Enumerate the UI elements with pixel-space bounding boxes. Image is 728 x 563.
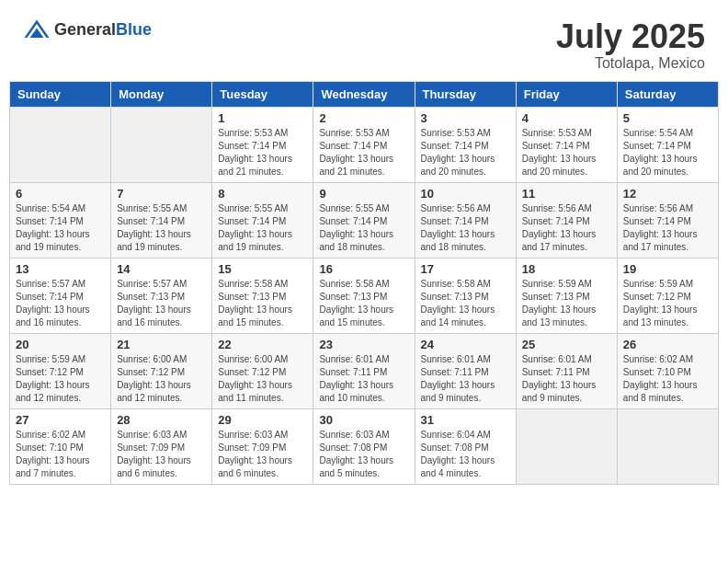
day-number: 9 <box>319 187 408 201</box>
calendar-week-row: 20Sunrise: 5:59 AM Sunset: 7:12 PM Dayli… <box>10 333 719 408</box>
day-number: 12 <box>623 187 712 201</box>
calendar-cell: 28Sunrise: 6:03 AM Sunset: 7:09 PM Dayli… <box>111 408 212 484</box>
calendar-cell: 19Sunrise: 5:59 AM Sunset: 7:12 PM Dayli… <box>617 258 718 333</box>
day-header-friday: Friday <box>516 81 617 107</box>
calendar-cell: 10Sunrise: 5:56 AM Sunset: 7:14 PM Dayli… <box>415 182 516 258</box>
day-number: 18 <box>522 262 611 276</box>
day-number: 6 <box>16 187 105 201</box>
day-info: Sunrise: 5:53 AM Sunset: 7:14 PM Dayligh… <box>319 127 408 178</box>
day-info: Sunrise: 6:00 AM Sunset: 7:12 PM Dayligh… <box>218 353 307 405</box>
day-number: 24 <box>421 338 510 351</box>
calendar-week-row: 27Sunrise: 6:02 AM Sunset: 7:10 PM Dayli… <box>10 408 719 484</box>
day-info: Sunrise: 6:03 AM Sunset: 7:09 PM Dayligh… <box>218 429 307 480</box>
calendar-cell: 13Sunrise: 5:57 AM Sunset: 7:14 PM Dayli… <box>10 258 111 333</box>
day-number: 7 <box>117 187 206 201</box>
calendar-cell: 31Sunrise: 6:04 AM Sunset: 7:08 PM Dayli… <box>415 408 516 484</box>
day-info: Sunrise: 5:59 AM Sunset: 7:12 PM Dayligh… <box>623 278 712 329</box>
calendar-cell <box>111 107 212 182</box>
day-number: 23 <box>319 338 408 351</box>
title-block: July 2025 Totolapa, Mexico <box>556 18 705 72</box>
calendar-cell: 14Sunrise: 5:57 AM Sunset: 7:13 PM Dayli… <box>111 258 212 333</box>
calendar-cell: 7Sunrise: 5:55 AM Sunset: 7:14 PM Daylig… <box>111 182 212 258</box>
day-info: Sunrise: 5:53 AM Sunset: 7:14 PM Dayligh… <box>421 127 510 178</box>
day-info: Sunrise: 5:56 AM Sunset: 7:14 PM Dayligh… <box>623 202 712 254</box>
calendar-cell: 11Sunrise: 5:56 AM Sunset: 7:14 PM Dayli… <box>516 182 617 258</box>
day-header-sunday: Sunday <box>10 81 111 107</box>
calendar-cell <box>617 408 718 484</box>
calendar-week-row: 6Sunrise: 5:54 AM Sunset: 7:14 PM Daylig… <box>10 182 719 258</box>
calendar-table: SundayMondayTuesdayWednesdayThursdayFrid… <box>9 81 719 485</box>
day-info: Sunrise: 6:00 AM Sunset: 7:12 PM Dayligh… <box>117 353 206 405</box>
logo-general-text: General <box>54 20 116 40</box>
calendar-title: July 2025 <box>556 18 705 55</box>
calendar-week-row: 13Sunrise: 5:57 AM Sunset: 7:14 PM Dayli… <box>10 258 719 333</box>
day-number: 31 <box>421 413 510 427</box>
day-number: 22 <box>218 338 307 351</box>
logo-blue-text: Blue <box>116 20 152 40</box>
day-header-wednesday: Wednesday <box>313 81 415 107</box>
calendar-cell: 24Sunrise: 6:01 AM Sunset: 7:11 PM Dayli… <box>415 333 516 408</box>
day-info: Sunrise: 5:59 AM Sunset: 7:13 PM Dayligh… <box>522 278 611 329</box>
calendar-cell: 4Sunrise: 5:53 AM Sunset: 7:14 PM Daylig… <box>516 107 617 182</box>
day-number: 19 <box>623 262 712 276</box>
day-header-thursday: Thursday <box>415 81 516 107</box>
calendar-cell: 20Sunrise: 5:59 AM Sunset: 7:12 PM Dayli… <box>10 333 111 408</box>
day-info: Sunrise: 5:57 AM Sunset: 7:14 PM Dayligh… <box>16 278 105 329</box>
day-info: Sunrise: 5:59 AM Sunset: 7:12 PM Dayligh… <box>16 353 105 405</box>
day-number: 14 <box>117 262 206 276</box>
calendar-week-row: 1Sunrise: 5:53 AM Sunset: 7:14 PM Daylig… <box>10 107 719 182</box>
calendar-cell: 16Sunrise: 5:58 AM Sunset: 7:13 PM Dayli… <box>313 258 415 333</box>
day-info: Sunrise: 5:54 AM Sunset: 7:14 PM Dayligh… <box>623 127 712 178</box>
day-number: 17 <box>421 262 510 276</box>
day-info: Sunrise: 5:58 AM Sunset: 7:13 PM Dayligh… <box>421 278 510 329</box>
day-number: 11 <box>522 187 611 201</box>
day-number: 10 <box>421 187 510 201</box>
calendar-subtitle: Totolapa, Mexico <box>556 55 705 72</box>
day-header-tuesday: Tuesday <box>212 81 313 107</box>
day-info: Sunrise: 6:02 AM Sunset: 7:10 PM Dayligh… <box>623 353 712 405</box>
logo: General Blue <box>23 18 152 40</box>
calendar-cell: 29Sunrise: 6:03 AM Sunset: 7:09 PM Dayli… <box>212 408 313 484</box>
calendar-cell: 26Sunrise: 6:02 AM Sunset: 7:10 PM Dayli… <box>617 333 718 408</box>
calendar-cell: 22Sunrise: 6:00 AM Sunset: 7:12 PM Dayli… <box>212 333 313 408</box>
calendar-cell: 17Sunrise: 5:58 AM Sunset: 7:13 PM Dayli… <box>415 258 516 333</box>
day-info: Sunrise: 5:54 AM Sunset: 7:14 PM Dayligh… <box>16 202 105 254</box>
day-info: Sunrise: 5:56 AM Sunset: 7:14 PM Dayligh… <box>522 202 611 254</box>
calendar-cell: 15Sunrise: 5:58 AM Sunset: 7:13 PM Dayli… <box>212 258 313 333</box>
calendar-cell: 12Sunrise: 5:56 AM Sunset: 7:14 PM Dayli… <box>617 182 718 258</box>
day-header-monday: Monday <box>111 81 212 107</box>
day-info: Sunrise: 5:55 AM Sunset: 7:14 PM Dayligh… <box>218 202 307 254</box>
logo-icon <box>23 18 51 40</box>
day-number: 28 <box>117 413 206 427</box>
day-number: 27 <box>16 413 105 427</box>
calendar-cell: 2Sunrise: 5:53 AM Sunset: 7:14 PM Daylig… <box>313 107 415 182</box>
day-info: Sunrise: 6:01 AM Sunset: 7:11 PM Dayligh… <box>421 353 510 405</box>
day-info: Sunrise: 5:56 AM Sunset: 7:14 PM Dayligh… <box>421 202 510 254</box>
day-info: Sunrise: 5:53 AM Sunset: 7:14 PM Dayligh… <box>218 127 307 178</box>
day-info: Sunrise: 6:03 AM Sunset: 7:08 PM Dayligh… <box>319 429 408 480</box>
day-number: 21 <box>117 338 206 351</box>
day-number: 5 <box>623 111 712 125</box>
day-info: Sunrise: 6:01 AM Sunset: 7:11 PM Dayligh… <box>522 353 611 405</box>
calendar-cell: 9Sunrise: 5:55 AM Sunset: 7:14 PM Daylig… <box>313 182 415 258</box>
calendar-cell <box>10 107 111 182</box>
day-number: 30 <box>319 413 408 427</box>
day-info: Sunrise: 5:55 AM Sunset: 7:14 PM Dayligh… <box>117 202 206 254</box>
day-number: 29 <box>218 413 307 427</box>
day-info: Sunrise: 6:03 AM Sunset: 7:09 PM Dayligh… <box>117 429 206 480</box>
day-info: Sunrise: 6:04 AM Sunset: 7:08 PM Dayligh… <box>421 429 510 480</box>
day-info: Sunrise: 6:01 AM Sunset: 7:11 PM Dayligh… <box>319 353 408 405</box>
calendar-cell: 25Sunrise: 6:01 AM Sunset: 7:11 PM Dayli… <box>516 333 617 408</box>
calendar-cell: 6Sunrise: 5:54 AM Sunset: 7:14 PM Daylig… <box>10 182 111 258</box>
day-number: 15 <box>218 262 307 276</box>
day-number: 4 <box>522 111 611 125</box>
day-info: Sunrise: 5:53 AM Sunset: 7:14 PM Dayligh… <box>522 127 611 178</box>
day-number: 13 <box>16 262 105 276</box>
calendar-cell: 21Sunrise: 6:00 AM Sunset: 7:12 PM Dayli… <box>111 333 212 408</box>
day-header-saturday: Saturday <box>617 81 718 107</box>
day-number: 1 <box>218 111 307 125</box>
calendar-cell: 3Sunrise: 5:53 AM Sunset: 7:14 PM Daylig… <box>415 107 516 182</box>
calendar-cell <box>516 408 617 484</box>
day-number: 2 <box>319 111 408 125</box>
day-info: Sunrise: 5:58 AM Sunset: 7:13 PM Dayligh… <box>319 278 408 329</box>
